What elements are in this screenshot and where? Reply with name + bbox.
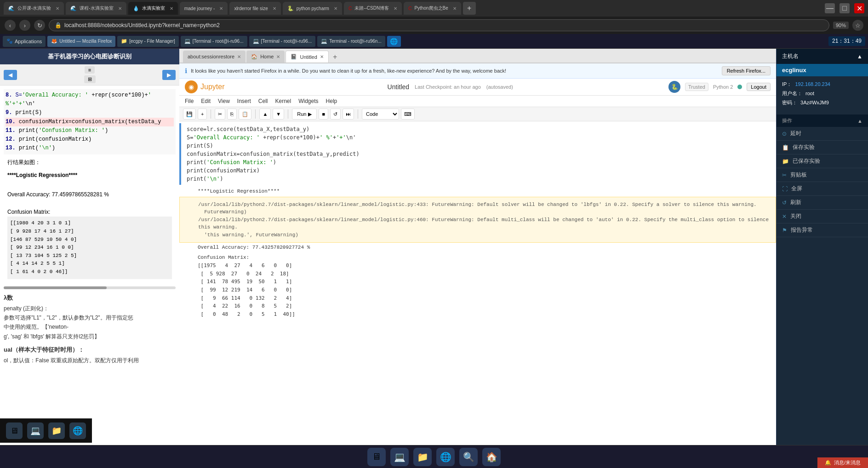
ff-tab-session[interactable]: about:sessionrestore ✕	[183, 51, 246, 63]
user-row: 用户名： root	[782, 89, 862, 98]
action-save-exp[interactable]: 📋 保存实验	[777, 141, 868, 154]
browser-tab-3[interactable]: 💧 水滴实验室 ✕	[128, 2, 178, 15]
taskbar-terminal1[interactable]: 💻 [Terminal - root@i-ru96...	[181, 36, 247, 47]
ff-tab-session-close[interactable]: ✕	[237, 54, 241, 59]
browser-tab-5[interactable]: xlrderror file size ✕	[229, 2, 280, 15]
action-report[interactable]: ⚑ 报告异常	[777, 223, 868, 237]
menu-cell[interactable]: Cell	[258, 97, 268, 106]
taskbar-firefox[interactable]: 🦊 Untitled — Mozilla Firefox	[47, 36, 115, 47]
refresh-firefox-btn[interactable]: Refresh Firefox...	[722, 66, 771, 75]
dock-item-monitor[interactable]: 🖥	[367, 448, 386, 466]
taskbar-terminal3[interactable]: 💻 Terminal - root@i-ru96n...	[317, 36, 385, 47]
action-fullscreen[interactable]: ⛶ 全屏	[777, 182, 868, 196]
action-saved-exp[interactable]: 📁 已保存实验	[777, 154, 868, 168]
tab-close-1[interactable]: ✕	[56, 6, 59, 11]
bookmark-btn[interactable]: ☆	[852, 20, 863, 31]
notification-text: It looks like you haven't started Firefo…	[191, 68, 506, 74]
taskbar-terminal2[interactable]: 💻 [Terminal - root@i-ru96...	[249, 36, 316, 47]
browser-tab-2[interactable]: 🌊 课程-水滴实验室 ✕	[66, 2, 126, 15]
collapse-sidebar-icon[interactable]: ▲	[857, 53, 862, 60]
cell-type-select[interactable]: Code Markdown Raw	[362, 108, 399, 120]
output-section: 行结果如图： ****Logistic Regression**** Overa…	[4, 154, 176, 282]
ff-tab-untitled[interactable]: 📓 Untitled ✕	[286, 51, 328, 63]
dock-item-terminal[interactable]: 💻	[390, 448, 409, 466]
ff-tab-untitled-close[interactable]: ✕	[320, 54, 324, 59]
dock-terminal-icon[interactable]: 💻	[27, 422, 44, 439]
tab-close-7[interactable]: ✕	[394, 6, 397, 11]
output-heading: ****Logistic Regression****	[179, 187, 776, 197]
cut-btn[interactable]: ✂	[215, 108, 225, 120]
new-browser-tab-btn[interactable]: +	[463, 2, 476, 15]
menu-help[interactable]: Help	[326, 97, 337, 106]
action-refresh[interactable]: ↺ 刷新	[777, 196, 868, 210]
menu-edit[interactable]: Edit	[201, 97, 211, 106]
browser-tab-7[interactable]: C 未踏--CSDN博客 ✕	[344, 2, 402, 15]
ff-tab-home-close[interactable]: ✕	[276, 54, 280, 59]
tab-close-8[interactable]: ✕	[453, 6, 457, 11]
prev-page-btn[interactable]: ◀	[4, 70, 17, 80]
dock-folder-icon[interactable]: 📁	[48, 422, 65, 439]
move-down-btn[interactable]: ▼	[273, 108, 284, 120]
browser-tab-4[interactable]: made journey - ✕	[180, 2, 228, 15]
jupyter-toolbar: 💾 + ✂ ⎘ 📋 ▲ ▼ Run ▶ ■ ↺ ⏭ Code Markdown …	[179, 107, 776, 121]
cell-code-content[interactable]: score=lr.score(testData_X,testData_y) S=…	[181, 123, 776, 185]
minimize-btn[interactable]: —	[825, 3, 835, 13]
menu-widgets[interactable]: Widgets	[298, 97, 318, 106]
forward-btn[interactable]: ›	[19, 20, 30, 31]
taskbar-blue-icon[interactable]: 🌐	[387, 36, 401, 47]
delay-icon: ⊙	[782, 131, 787, 137]
expand-btn[interactable]: ⊞	[84, 75, 96, 83]
taskbar-filemanager[interactable]: 📁 [ecgpy - File Manager]	[117, 36, 179, 47]
collapse-btn[interactable]: ≡	[85, 66, 95, 74]
copy-btn[interactable]: ⎘	[227, 108, 237, 120]
reload-btn[interactable]: ↻	[34, 20, 45, 31]
move-up-btn[interactable]: ▲	[259, 108, 271, 120]
run-all-btn[interactable]: ⏭	[343, 108, 354, 120]
ff-tab-home[interactable]: 🏠 Home ✕	[246, 51, 285, 63]
notebook-scroll[interactable]: score=lr.score(testData_X,testData_y) S=…	[179, 121, 776, 468]
tab-close-2[interactable]: ✕	[118, 6, 122, 11]
zoom-badge[interactable]: 90%	[833, 22, 849, 29]
keyboard-shortcut-btn[interactable]: ⌨	[401, 108, 415, 120]
dock-item-home[interactable]: 🏠	[482, 448, 501, 466]
action-clipboard-label: 剪贴板	[790, 171, 807, 179]
dock-item-browser[interactable]: 🌐	[436, 448, 455, 466]
scroll-bar[interactable]	[4, 286, 176, 289]
browser-tab-1[interactable]: 🌊 公开课-水滴实验 ✕	[4, 2, 64, 15]
interrupt-btn[interactable]: ■	[319, 108, 328, 120]
tab-close-6[interactable]: ✕	[334, 6, 337, 11]
expand-ops-icon[interactable]: ▲	[857, 118, 862, 124]
dock-monitor-icon[interactable]: 🖥	[6, 422, 23, 439]
browser-tab-6[interactable]: 🐍 python pycharm ✕	[283, 2, 342, 15]
tab-label-3: 水滴实验室	[142, 5, 165, 11]
address-bar[interactable]: 🔒 localhost:8888/notebooks/Untitled.ipyn…	[49, 19, 829, 31]
menu-view[interactable]: View	[218, 97, 230, 106]
action-close[interactable]: ✕ 关闭	[777, 210, 868, 223]
dock-item-files[interactable]: 📁	[413, 448, 432, 466]
menu-insert[interactable]: Insert	[237, 97, 251, 106]
add-cell-btn[interactable]: +	[198, 108, 207, 120]
paste-btn[interactable]: 📋	[239, 108, 251, 120]
back-btn[interactable]: ‹	[5, 20, 16, 31]
accuracy-output: Overall Accuracy: 77.43257820927724 %	[179, 243, 776, 253]
close-btn[interactable]: ✕	[854, 3, 864, 13]
new-ff-tab-btn[interactable]: +	[330, 51, 341, 63]
menu-kernel[interactable]: Kernel	[275, 97, 291, 106]
tab-close-5[interactable]: ✕	[273, 6, 276, 11]
tab-close-3[interactable]: ✕	[170, 6, 173, 11]
run-btn[interactable]: Run ▶	[292, 108, 317, 120]
action-delay[interactable]: ⊙ 延时	[777, 127, 868, 141]
restart-btn[interactable]: ↺	[330, 108, 341, 120]
action-clipboard[interactable]: ✂ 剪贴板	[777, 168, 868, 182]
tab-close-4[interactable]: ✕	[219, 6, 223, 11]
taskbar-applications[interactable]: 🐾 Applications	[3, 36, 46, 47]
next-page-btn[interactable]: ▶	[162, 70, 176, 80]
menu-file[interactable]: File	[185, 97, 194, 106]
dock-item-search[interactable]: 🔍	[459, 448, 478, 466]
logout-btn[interactable]: Logout	[747, 83, 771, 91]
dock-globe-icon[interactable]: 🌐	[69, 422, 86, 439]
browser-tab-8[interactable]: C Python爬虫之Be ✕	[404, 2, 461, 15]
maximize-btn[interactable]: □	[839, 3, 850, 13]
save-tb-btn[interactable]: 💾	[183, 108, 196, 120]
terminal2-icon: 💻	[253, 38, 259, 44]
